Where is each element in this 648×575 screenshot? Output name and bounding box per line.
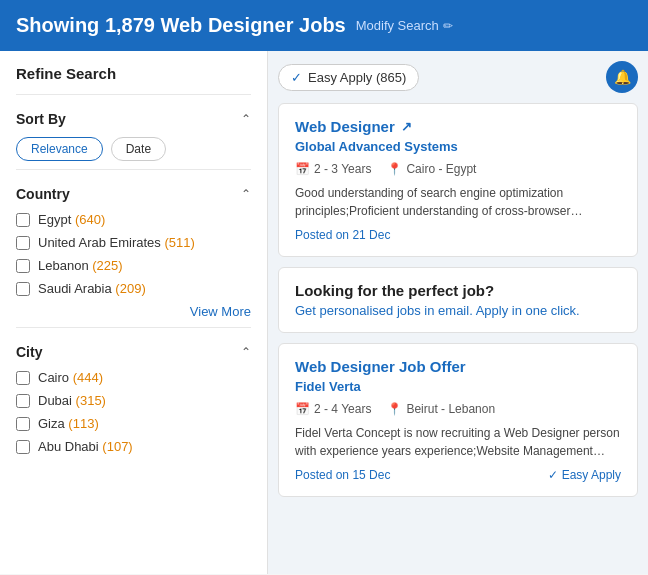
check-icon: ✓ (291, 70, 302, 85)
sort-buttons: Relevance Date (16, 137, 251, 161)
city-label-cairo: Cairo (444) (38, 370, 103, 385)
job-title-1[interactable]: Web Designer ↗ (295, 118, 621, 135)
filter-bar: ✓ Easy Apply (865) 🔔 (278, 61, 638, 93)
promo-card: Looking for the perfect job? Get persona… (278, 267, 638, 333)
country-filter-egypt: Egypt (640) (16, 212, 251, 227)
job-company-2[interactable]: Fidel Verta (295, 379, 621, 394)
job-footer-2: Posted on 15 Dec ✓ Easy Apply (295, 468, 621, 482)
country-view-more[interactable]: View More (16, 304, 251, 319)
country-heading: Country (16, 186, 70, 202)
country-label-saudi: Saudi Arabia (209) (38, 281, 146, 296)
city-checkbox-giza[interactable] (16, 417, 30, 431)
country-label-uae: United Arab Emirates (511) (38, 235, 195, 250)
job-company-1[interactable]: Global Advanced Systems (295, 139, 621, 154)
job-card-1: Web Designer ↗ Global Advanced Systems 📅… (278, 103, 638, 257)
location-icon-2: 📍 (387, 402, 402, 416)
briefcase-icon-2: 📅 (295, 402, 310, 416)
city-filter-dubai: Dubai (315) (16, 393, 251, 408)
job-posted-1: Posted on 21 Dec (295, 228, 621, 242)
sort-relevance-button[interactable]: Relevance (16, 137, 103, 161)
sidebar: Refine Search Sort By ⌃ Relevance Date C… (0, 51, 268, 574)
promo-title: Looking for the perfect job? (295, 282, 621, 299)
promo-description: Get personalised jobs in email. Apply in… (295, 303, 621, 318)
city-chevron-icon: ⌃ (241, 345, 251, 359)
job-meta-2: 📅 2 - 4 Years 📍 Beirut - Lebanon (295, 402, 621, 416)
country-checkbox-egypt[interactable] (16, 213, 30, 227)
job-meta-1: 📅 2 - 3 Years 📍 Cairo - Egypt (295, 162, 621, 176)
city-checkbox-abudhabi[interactable] (16, 440, 30, 454)
city-filter-cairo: Cairo (444) (16, 370, 251, 385)
city-filter-giza: Giza (113) (16, 416, 251, 431)
job-title-2[interactable]: Web Designer Job Offer (295, 358, 621, 375)
briefcase-icon: 📅 (295, 162, 310, 176)
job-card-2: Web Designer Job Offer Fidel Verta 📅 2 -… (278, 343, 638, 497)
easy-apply-filter-badge[interactable]: ✓ Easy Apply (865) (278, 64, 419, 91)
country-filter-uae: United Arab Emirates (511) (16, 235, 251, 250)
bell-icon: 🔔 (614, 69, 631, 85)
city-label-abudhabi: Abu Dhabi (107) (38, 439, 133, 454)
city-section: City ⌃ (16, 344, 251, 360)
country-checkbox-uae[interactable] (16, 236, 30, 250)
sort-date-button[interactable]: Date (111, 137, 166, 161)
job-posted-2: Posted on 15 Dec (295, 468, 390, 482)
city-label-giza: Giza (113) (38, 416, 99, 431)
country-filter-lebanon: Lebanon (225) (16, 258, 251, 273)
city-checkbox-dubai[interactable] (16, 394, 30, 408)
easy-apply-label: Easy Apply (865) (308, 70, 406, 85)
city-label-dubai: Dubai (315) (38, 393, 106, 408)
city-filter-abudhabi: Abu Dhabi (107) (16, 439, 251, 454)
city-checkbox-cairo[interactable] (16, 371, 30, 385)
main-layout: Refine Search Sort By ⌃ Relevance Date C… (0, 51, 648, 574)
country-label-lebanon: Lebanon (225) (38, 258, 123, 273)
job-experience-2: 📅 2 - 4 Years (295, 402, 371, 416)
country-chevron-icon: ⌃ (241, 187, 251, 201)
country-checkbox-saudi[interactable] (16, 282, 30, 296)
job-experience-1: 📅 2 - 3 Years (295, 162, 371, 176)
divider3 (16, 327, 251, 328)
refine-search-title: Refine Search (16, 65, 251, 82)
modify-search-link[interactable]: Modify Search ✏ (356, 18, 453, 33)
country-section: Country ⌃ (16, 186, 251, 202)
divider (16, 94, 251, 95)
city-heading: City (16, 344, 42, 360)
country-checkbox-lebanon[interactable] (16, 259, 30, 273)
country-label-egypt: Egypt (640) (38, 212, 105, 227)
external-link-icon: ↗ (401, 119, 412, 134)
check-small-icon: ✓ (548, 468, 558, 482)
location-icon: 📍 (387, 162, 402, 176)
easy-apply-tag-2[interactable]: ✓ Easy Apply (548, 468, 621, 482)
job-description-2: Fidel Verta Concept is now recruiting a … (295, 424, 621, 460)
country-filter-saudi: Saudi Arabia (209) (16, 281, 251, 296)
sort-by-heading: Sort By (16, 111, 66, 127)
job-listings-content: ✓ Easy Apply (865) 🔔 Web Designer ↗ Glob… (268, 51, 648, 574)
pencil-icon: ✏ (443, 19, 453, 33)
divider2 (16, 169, 251, 170)
page-title: Showing 1,879 Web Designer Jobs (16, 14, 346, 37)
sort-by-chevron-icon: ⌃ (241, 112, 251, 126)
job-location-1: 📍 Cairo - Egypt (387, 162, 476, 176)
job-description-1: Good understanding of search engine opti… (295, 184, 621, 220)
page-header: Showing 1,879 Web Designer Jobs Modify S… (0, 0, 648, 51)
notification-bell-button[interactable]: 🔔 (606, 61, 638, 93)
job-location-2: 📍 Beirut - Lebanon (387, 402, 495, 416)
sort-by-section: Sort By ⌃ (16, 111, 251, 127)
